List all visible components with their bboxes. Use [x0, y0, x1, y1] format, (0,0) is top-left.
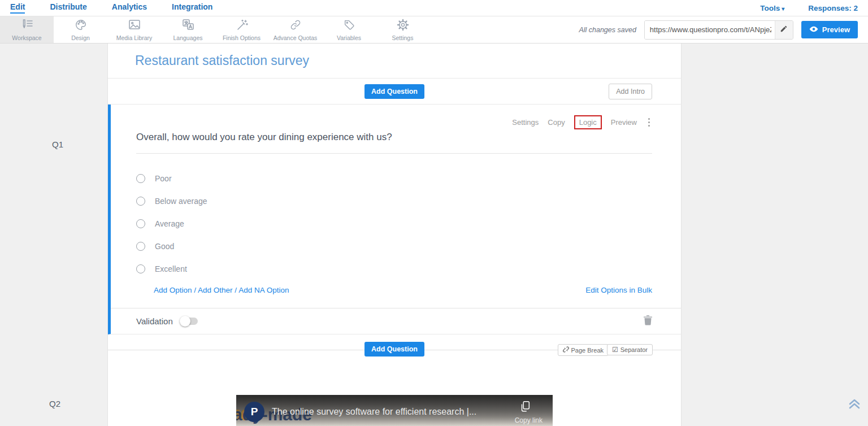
trash-icon	[644, 318, 652, 327]
double-chevron-up-icon	[848, 403, 861, 412]
questionpro-logo[interactable]: P	[244, 402, 264, 422]
radio-button[interactable]	[136, 264, 145, 273]
toolbar-label: Advance Quotas	[274, 34, 318, 41]
video-title[interactable]: The online survey software for efficient…	[272, 407, 476, 417]
image-icon	[128, 19, 141, 33]
option-row: Poor	[136, 167, 652, 190]
radio-button[interactable]	[136, 197, 145, 206]
survey-title[interactable]: Restaurant satisfaction survey	[135, 53, 309, 68]
add-na-option-link[interactable]: Add NA Option	[238, 286, 289, 294]
edit-toolbar: Workspace Design Media Library Languages…	[0, 16, 868, 44]
radio-button[interactable]	[136, 174, 145, 183]
preview-label: Preview	[822, 25, 850, 34]
copy-link-label[interactable]: Copy link	[515, 416, 542, 424]
copy-icon	[519, 406, 531, 415]
more-options-icon[interactable]	[646, 117, 652, 128]
add-intro-button[interactable]: Add Intro	[609, 84, 652, 99]
question-copy-action[interactable]: Copy	[548, 118, 565, 127]
toolbar-item-media-library[interactable]: Media Library	[107, 16, 161, 43]
question-actions: Settings Copy Logic Preview	[136, 116, 652, 128]
pencil-icon	[780, 25, 788, 35]
toolbar-item-settings[interactable]: Settings	[376, 16, 429, 43]
top-nav: Edit Distribute Analytics Integration To…	[0, 0, 868, 16]
save-status: All changes saved	[579, 26, 636, 34]
checkbox-icon: ☑	[612, 346, 618, 353]
nav-analytics[interactable]: Analytics	[112, 2, 147, 14]
survey-url-input[interactable]	[645, 21, 775, 39]
workspace-main: Q1 Q2 Restaurant satisfaction survey Add…	[0, 44, 868, 426]
toolbar-label: Settings	[392, 34, 414, 41]
separator-label: Separator	[620, 346, 648, 353]
option-row: Below average	[136, 190, 652, 212]
add-option-link[interactable]: Add Option	[154, 286, 192, 294]
tools-menu[interactable]: Tools▾	[760, 4, 784, 12]
option-label[interactable]: Excellent	[155, 264, 187, 273]
toolbar-item-design[interactable]: Design	[54, 16, 107, 43]
nav-edit[interactable]: Edit	[10, 2, 25, 14]
option-label[interactable]: Good	[155, 242, 174, 251]
option-row: Excellent	[136, 258, 652, 280]
separator-button[interactable]: ☑ Separator	[607, 344, 653, 355]
question-number-q2: Q2	[49, 399, 60, 408]
question-card-q1: Settings Copy Logic Preview Overall, how…	[108, 105, 681, 334]
add-question-button-top[interactable]: Add Question	[364, 84, 424, 99]
radio-button[interactable]	[136, 242, 145, 251]
question-preview-action[interactable]: Preview	[611, 118, 637, 127]
toolbar-item-workspace[interactable]: Workspace	[0, 16, 54, 43]
question-logic-action[interactable]: Logic	[574, 115, 602, 129]
toolbar-item-finish-options[interactable]: Finish Options	[215, 16, 268, 43]
validation-row: Validation	[111, 308, 681, 334]
toolbar-item-advance-quotas[interactable]: Advance Quotas	[268, 16, 322, 43]
link-separator: /	[192, 286, 198, 294]
top-nav-links: Edit Distribute Analytics Integration	[10, 2, 212, 14]
copy-link-button[interactable]	[519, 400, 531, 416]
chain-link-icon	[289, 19, 302, 33]
nav-integration[interactable]: Integration	[172, 2, 212, 14]
broken-link-icon	[563, 346, 569, 354]
pencil-list-icon	[20, 19, 34, 33]
responses-link[interactable]: Responses: 2	[808, 4, 858, 12]
add-question-row-between: Add Question Page Break ☑ Separator	[108, 334, 681, 364]
link-separator: /	[233, 286, 239, 294]
toggle-knob	[180, 316, 190, 327]
page-break-label: Page Break	[571, 347, 604, 354]
option-label[interactable]: Poor	[155, 174, 172, 183]
toolbar-label: Languages	[173, 34, 203, 41]
toolbar-right: All changes saved Preview	[579, 16, 868, 43]
translate-icon	[181, 19, 195, 33]
nav-distribute[interactable]: Distribute	[50, 2, 86, 14]
delete-question-button[interactable]	[644, 315, 652, 328]
palette-icon	[74, 19, 88, 33]
toolbar-label: Finish Options	[223, 34, 261, 41]
survey-title-block: Restaurant satisfaction survey	[108, 44, 681, 79]
add-option-links: Add Option / Add Other / Add NA Option	[136, 286, 289, 294]
option-links-row: Add Option / Add Other / Add NA Option E…	[136, 286, 652, 294]
radio-button[interactable]	[136, 219, 145, 228]
validation-toggle[interactable]	[181, 318, 198, 325]
page-break-button[interactable]: Page Break	[558, 344, 609, 356]
question-text[interactable]: Overall, how would you rate your dining …	[136, 132, 652, 154]
eye-icon	[809, 25, 818, 34]
option-label[interactable]: Average	[155, 219, 184, 228]
toolbar-label: Media Library	[116, 34, 153, 41]
toolbar-item-variables[interactable]: Variables	[322, 16, 376, 43]
survey-url-box	[644, 20, 793, 40]
toolbar-label: Workspace	[12, 34, 41, 41]
question-number-q1: Q1	[52, 140, 63, 149]
validation-label: Validation	[136, 316, 173, 326]
add-other-link[interactable]: Add Other	[198, 286, 233, 294]
edit-url-button[interactable]	[775, 21, 793, 39]
video-question-q2[interactable]: 50 ady-made P The online survey software…	[236, 395, 553, 426]
answer-options-list: Poor Below average Average Good Excellen…	[136, 167, 652, 280]
option-row: Average	[136, 212, 652, 235]
chevron-down-icon: ▾	[782, 6, 784, 12]
scroll-to-top-button[interactable]	[848, 397, 861, 413]
survey-editor-column: Restaurant satisfaction survey Add Quest…	[107, 44, 682, 426]
toolbar-label: Design	[71, 34, 90, 41]
option-label[interactable]: Below average	[155, 197, 207, 206]
toolbar-item-languages[interactable]: Languages	[161, 16, 215, 43]
preview-button[interactable]: Preview	[801, 21, 858, 38]
question-settings-action[interactable]: Settings	[512, 118, 539, 127]
add-question-button-between[interactable]: Add Question	[364, 342, 424, 357]
edit-options-in-bulk-link[interactable]: Edit Options in Bulk	[585, 286, 652, 294]
